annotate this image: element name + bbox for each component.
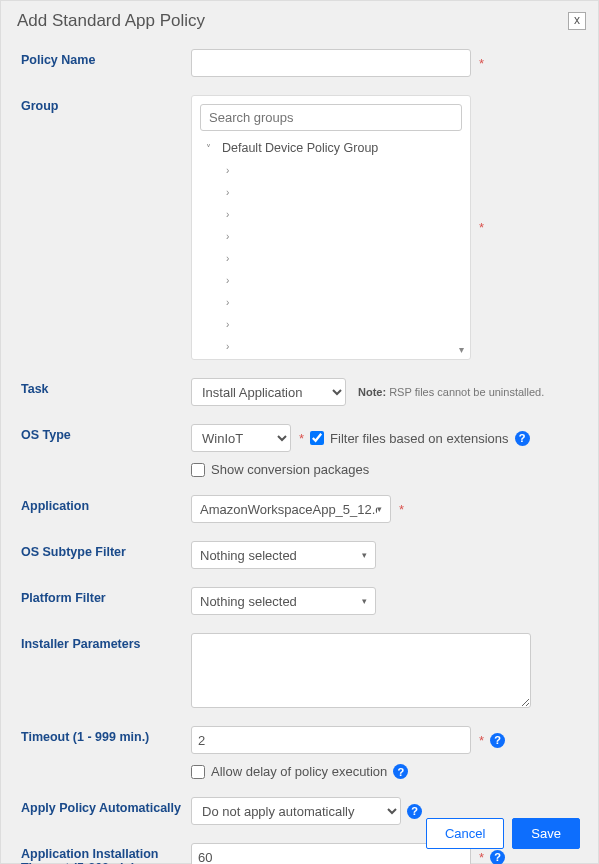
label-timeout: Timeout (1 - 999 min.) [21, 726, 191, 744]
filter-extensions-checkbox[interactable] [310, 431, 324, 445]
label-apply-auto: Apply Policy Automatically [21, 797, 191, 815]
scroll-down-icon[interactable]: ▾ [459, 344, 464, 355]
group-tree-box: ˅ Default Device Policy Group ››››››››››… [191, 95, 471, 360]
chevron-right-icon: › [226, 231, 238, 242]
help-icon[interactable]: ? [490, 850, 505, 865]
label-policy-name: Policy Name [21, 49, 191, 67]
required-marker: * [479, 220, 484, 235]
required-marker: * [299, 431, 304, 446]
allow-delay-checkbox[interactable] [191, 765, 205, 779]
label-os-type: OS Type [21, 424, 191, 442]
os-type-select[interactable]: WinIoT [191, 424, 291, 452]
task-note: Note: RSP files cannot be uninstalled. [358, 386, 544, 398]
platform-filter-select[interactable]: Nothing selected ▾ [191, 587, 376, 615]
apply-auto-select[interactable]: Do not apply automatically [191, 797, 401, 825]
label-platform-filter: Platform Filter [21, 587, 191, 605]
chevron-right-icon: › [226, 165, 238, 176]
task-select[interactable]: Install Application [191, 378, 346, 406]
help-icon[interactable]: ? [490, 733, 505, 748]
timeout-input[interactable] [191, 726, 471, 754]
os-subtype-value: Nothing selected [200, 548, 297, 563]
group-tree-item[interactable]: › [200, 159, 458, 181]
help-icon[interactable]: ? [515, 431, 530, 446]
group-tree-item[interactable]: › [200, 291, 458, 313]
dialog-footer: Cancel Save [426, 818, 580, 849]
required-marker: * [479, 733, 484, 748]
group-tree-item[interactable]: › [200, 225, 458, 247]
label-app-install-timeout: Application Installation Timeout (5-360m… [21, 843, 191, 864]
label-task: Task [21, 378, 191, 396]
chevron-right-icon: › [226, 341, 238, 352]
show-conversion-label: Show conversion packages [211, 462, 369, 477]
group-tree-item[interactable]: › [200, 313, 458, 335]
group-root-label: Default Device Policy Group [222, 141, 378, 155]
dialog: Add Standard App Policy x Policy Name * … [0, 0, 599, 864]
dialog-title: Add Standard App Policy [17, 11, 205, 31]
show-conversion-checkbox[interactable] [191, 463, 205, 477]
group-tree-root[interactable]: ˅ Default Device Policy Group [200, 137, 458, 159]
application-select[interactable]: AmazonWorkspaceApp_5_12.exe ▾ [191, 495, 391, 523]
label-group: Group [21, 95, 191, 113]
chevron-right-icon: › [226, 319, 238, 330]
dialog-header: Add Standard App Policy x [1, 1, 598, 39]
group-tree-item[interactable]: › [200, 335, 458, 351]
chevron-down-icon: ▾ [362, 550, 367, 560]
required-marker: * [399, 502, 404, 517]
chevron-down-icon: ˅ [206, 143, 218, 154]
filter-extensions-label: Filter files based on extensions [330, 431, 508, 446]
label-os-subtype: OS Subtype Filter [21, 541, 191, 559]
allow-delay-label: Allow delay of policy execution [211, 764, 387, 779]
close-button[interactable]: x [568, 12, 586, 30]
chevron-right-icon: › [226, 275, 238, 286]
chevron-right-icon: › [226, 209, 238, 220]
chevron-down-icon: ▾ [362, 596, 367, 606]
required-marker: * [479, 850, 484, 865]
os-subtype-select[interactable]: Nothing selected ▾ [191, 541, 376, 569]
chevron-down-icon: ▾ [377, 504, 382, 514]
group-tree[interactable]: ˅ Default Device Policy Group ›››››››››› [200, 137, 462, 351]
form-body: Policy Name * Group ˅ Default Device Pol… [1, 39, 598, 864]
label-application: Application [21, 495, 191, 513]
help-icon[interactable]: ? [393, 764, 408, 779]
cancel-button[interactable]: Cancel [426, 818, 504, 849]
group-search-input[interactable] [200, 104, 462, 131]
policy-name-input[interactable] [191, 49, 471, 77]
chevron-right-icon: › [226, 297, 238, 308]
chevron-right-icon: › [226, 187, 238, 198]
help-icon[interactable]: ? [407, 804, 422, 819]
installer-params-textarea[interactable] [191, 633, 531, 708]
group-tree-item[interactable]: › [200, 203, 458, 225]
required-marker: * [479, 56, 484, 71]
chevron-right-icon: › [226, 253, 238, 264]
label-installer-params: Installer Parameters [21, 633, 191, 651]
application-value: AmazonWorkspaceApp_5_12.exe [200, 502, 377, 517]
group-tree-item[interactable]: › [200, 181, 458, 203]
group-tree-item[interactable]: › [200, 269, 458, 291]
group-tree-item[interactable]: › [200, 247, 458, 269]
platform-filter-value: Nothing selected [200, 594, 297, 609]
save-button[interactable]: Save [512, 818, 580, 849]
